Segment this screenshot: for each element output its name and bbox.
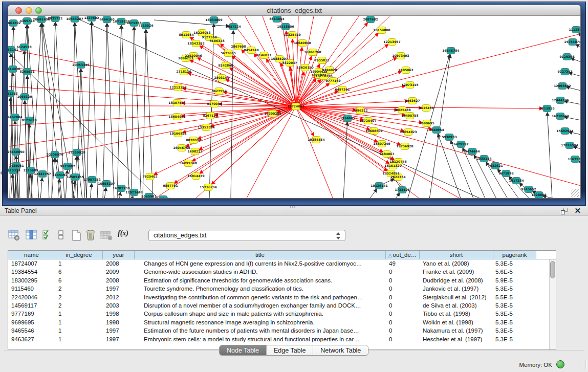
graph-node-label: 9484067: [379, 152, 394, 156]
splitter-collapse-icon[interactable]: [0, 171, 2, 175]
table-cell: 1: [55, 310, 103, 318]
graph-node-label: 12444135: [552, 98, 569, 102]
table-cell: 5.3E-5: [493, 310, 536, 318]
column-header-pagerank[interactable]: pagerank: [493, 251, 536, 259]
table-selector-dropdown[interactable]: citations_edges.txt: [148, 230, 345, 241]
graph-node-label: 9975887: [60, 164, 75, 168]
graph-node-label: 2718126: [176, 70, 191, 73]
memory-status-indicator[interactable]: [556, 360, 564, 368]
scrollbar-thumb[interactable]: [550, 261, 555, 278]
graph-node-label: 18724007: [287, 104, 304, 108]
column-settings-icon[interactable]: [26, 229, 38, 242]
graph-edge: [117, 26, 121, 198]
table-cell: 1997: [103, 335, 135, 343]
table-cell: 1: [55, 335, 103, 343]
table-row[interactable]: 2242004622012Investigating the contribut…: [8, 293, 549, 301]
table-cell: 2008: [103, 276, 135, 285]
window-titlebar[interactable]: citations_edges.txt: [8, 5, 580, 16]
table-cell: 6: [55, 268, 103, 276]
row-height-icon[interactable]: [57, 229, 66, 242]
table-settings-icon[interactable]: [8, 229, 20, 242]
table-cell: 1998: [103, 310, 135, 318]
graph-edge: [134, 27, 141, 198]
float-panel-icon[interactable]: [561, 208, 568, 214]
column-header-year[interactable]: year: [103, 251, 135, 259]
graph-node-label: 8912954: [179, 33, 193, 36]
graph-node-label: 20206576: [46, 152, 63, 156]
close-panel-icon[interactable]: ✕: [574, 207, 581, 215]
graph-edge: [132, 196, 133, 198]
table-cell: 5.3E-5: [493, 259, 536, 268]
table-panel-body: f(x) citations_edges.txt namein_degreeye…: [0, 216, 588, 358]
graph-node-label: 9146821: [256, 53, 271, 57]
graph-edge: [175, 106, 296, 183]
function-builder-icon[interactable]: f(x): [118, 229, 128, 243]
graph-node-label: 8454749: [244, 48, 258, 52]
graph-node-label: 6497361: [335, 87, 350, 91]
graph-node-label: 9227343: [557, 70, 572, 73]
delete-rows-icon[interactable]: [85, 229, 97, 242]
graph-node-label: 8471876: [498, 171, 513, 175]
graph-node-label: 17359928: [68, 150, 85, 154]
graph-node-label: 1914845: [340, 116, 355, 120]
table-cell: 2003: [103, 301, 135, 310]
graph-node-label: 16151320: [384, 164, 401, 167]
table-cell: 5.3E-5: [493, 318, 536, 326]
column-header-indegree[interactable]: in_degree: [55, 251, 103, 259]
table-cell: 5.3E-5: [493, 285, 536, 293]
graph-node-label: 9794028: [322, 68, 337, 72]
graph-node-label: 9462884: [8, 115, 23, 119]
table-row[interactable]: 946554611997Estimation of the future num…: [8, 326, 549, 335]
graph-node-label: 2522354: [390, 175, 405, 179]
table-row[interactable]: 1830029562008Estimation of significance …: [8, 276, 549, 285]
vertical-scrollbar[interactable]: [549, 259, 556, 349]
table-row[interactable]: 1872400712008Changes of HCN gene express…: [8, 259, 549, 268]
graph-node-label: 12213957: [383, 40, 400, 43]
graph-node-label: 1617284: [509, 179, 524, 182]
graph-node-label: 19218506: [277, 25, 294, 28]
table-cell: Dudbridge et al. (2008): [420, 276, 493, 285]
graph-node-label: 8121620: [21, 118, 36, 122]
table-row[interactable]: 969969511998Structural magnetic resonanc…: [8, 318, 549, 326]
column-header-outde[interactable]: △out_de…: [386, 251, 420, 259]
graph-node-label: 7851253: [8, 92, 18, 95]
graph-node-label: 16648784: [442, 49, 459, 52]
graph-edge: [547, 113, 552, 198]
graph-node-label: 8267130: [203, 114, 217, 117]
table-row[interactable]: 911546021997Tourette syndrome. Phenomeno…: [8, 285, 549, 293]
graph-edge: [574, 146, 580, 149]
column-header-name[interactable]: name: [8, 251, 55, 259]
table-cell: 5.5E-5: [493, 293, 536, 301]
table-row[interactable]: 1456911722003Disruption of a novel membe…: [8, 301, 549, 310]
table-cell: 5.9E-5: [493, 276, 536, 285]
new-table-icon[interactable]: [71, 229, 83, 242]
graph-node-label: 10958107: [98, 182, 115, 185]
table-cell: 0: [386, 335, 420, 343]
graph-node-label: 7986322: [353, 108, 367, 112]
table-row[interactable]: 1938455462009Genome-wide association stu…: [8, 268, 549, 276]
table-tabs: Node TableEdge TableNetwork Table: [219, 345, 368, 356]
network-canvas[interactable]: 2061202435572420691406883572110653287132…: [8, 16, 580, 198]
graph-node-label: 1733426: [395, 188, 409, 191]
select-columns-icon[interactable]: [42, 229, 54, 242]
graph-edge: [104, 188, 106, 198]
table-row[interactable]: 946362711997Embryonic stem cells: a mode…: [8, 335, 549, 343]
column-header-short[interactable]: short: [420, 251, 493, 259]
table-row[interactable]: 977716911998Corpus callosum shape and si…: [8, 310, 549, 318]
tab-network-table[interactable]: Network Table: [313, 345, 368, 355]
graph-edge: [429, 55, 450, 198]
graph-node-label: 9245652: [521, 187, 536, 191]
window-resize-grip[interactable]: [571, 189, 579, 197]
graph-node-label: 10973493: [392, 54, 409, 57]
tab-node-table[interactable]: Node Table: [220, 345, 267, 355]
tab-edge-table[interactable]: Edge Table: [267, 345, 313, 355]
graph-node-label: 7955812: [314, 58, 329, 62]
graph-edge: [212, 106, 296, 184]
table-cell: 0: [386, 268, 420, 276]
splitter-handle[interactable]: [290, 206, 296, 208]
graph-node-label: 19654923: [400, 130, 417, 134]
graph-node-label: 12923448: [125, 190, 142, 194]
graph-node-label: 1215689: [23, 168, 38, 172]
column-header-title[interactable]: title: [135, 251, 386, 259]
statusbar-grip: [584, 360, 587, 369]
